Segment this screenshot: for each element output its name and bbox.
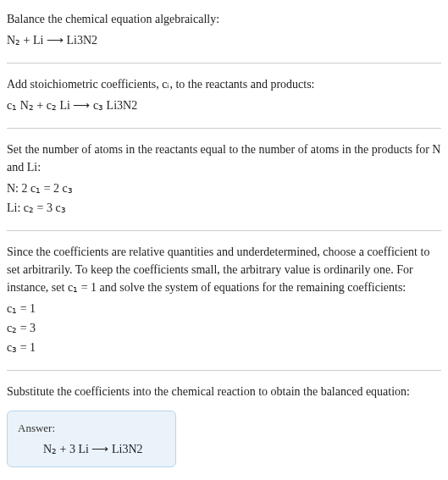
divider: [7, 230, 441, 231]
divider: [7, 128, 441, 129]
stoich-equation: c₁ N₂ + c₂ Li ⟶ c₃ Li3N2: [7, 97, 441, 114]
atom-balance-li: Li: c₂ = 3 c₃: [7, 199, 441, 217]
coeff-c2: c₂ = 3: [7, 319, 441, 337]
answer-box: Answer: N₂ + 3 Li ⟶ Li3N2: [7, 411, 176, 467]
atom-balance-title: Set the number of atoms in the reactants…: [7, 141, 441, 176]
section-stoichiometric: Add stoichiometric coefficients, cᵢ, to …: [7, 72, 441, 119]
problem-equation: N₂ + Li ⟶ Li3N2: [7, 31, 441, 49]
stoich-title: Add stoichiometric coefficients, cᵢ, to …: [7, 75, 441, 93]
answer-label: Answer:: [18, 420, 165, 437]
section-substitute: Substitute the coefficients into the che…: [7, 379, 441, 471]
section-problem: Balance the chemical equation algebraica…: [7, 7, 441, 54]
divider: [7, 370, 441, 371]
divider: [7, 63, 441, 63]
answer-equation: N₂ + 3 Li ⟶ Li3N2: [18, 440, 165, 458]
section-solve: Since the coefficients are relative quan…: [7, 240, 441, 361]
solve-title: Since the coefficients are relative quan…: [7, 243, 441, 296]
coeff-c1: c₁ = 1: [7, 300, 441, 317]
problem-title: Balance the chemical equation algebraica…: [7, 10, 441, 28]
substitute-title: Substitute the coefficients into the che…: [7, 383, 441, 400]
atom-balance-n: N: 2 c₁ = 2 c₃: [7, 179, 441, 197]
section-atom-balance: Set the number of atoms in the reactants…: [7, 137, 441, 222]
coeff-c3: c₃ = 1: [7, 339, 441, 356]
